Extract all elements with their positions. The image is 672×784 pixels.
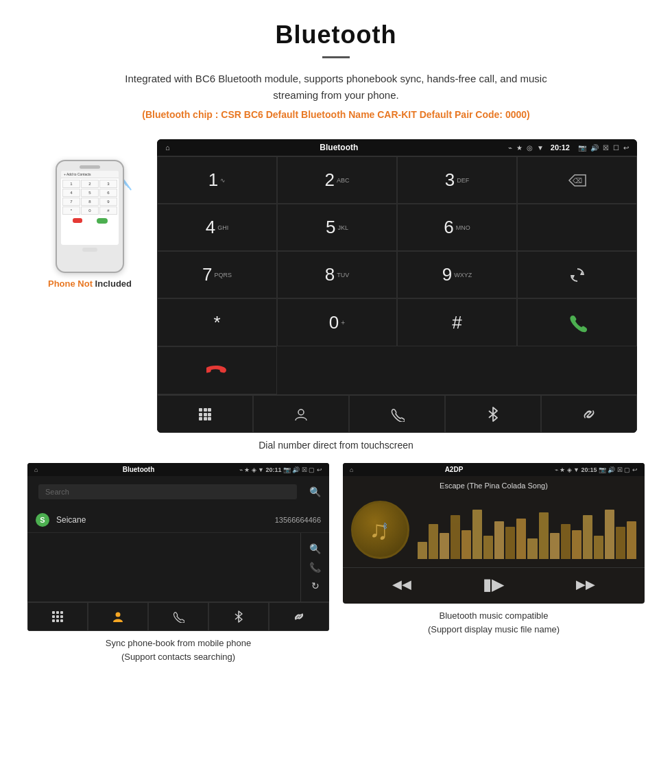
music-eq-bars bbox=[418, 501, 636, 559]
phone-mockup: + Add to Contacts 123 456 789 *0# bbox=[56, 160, 124, 273]
volume-icon: 🔊 bbox=[590, 144, 599, 152]
phone-icon bbox=[389, 407, 405, 422]
keypad-icon bbox=[197, 407, 213, 422]
status-right: ⌁ ★ ◎ ▼ 20:12 📷 🔊 ☒ ☐ ↩ bbox=[508, 143, 629, 152]
link-icon bbox=[581, 407, 597, 422]
svg-rect-17 bbox=[60, 615, 63, 618]
backspace-icon: ⌫ bbox=[568, 174, 587, 187]
red-call-icon bbox=[206, 359, 228, 381]
dial-key-call-red[interactable] bbox=[157, 346, 277, 394]
dial-key-4[interactable]: 4GHI bbox=[157, 204, 277, 251]
dial-cell-empty-2 bbox=[517, 204, 637, 251]
svg-rect-10 bbox=[208, 417, 211, 420]
music-album-art: ♫ bbox=[351, 501, 409, 559]
window-icon: ☐ bbox=[613, 144, 619, 152]
pb-btn-phone[interactable] bbox=[148, 602, 208, 631]
contact-avatar: S bbox=[36, 513, 49, 527]
camera-icon: 📷 bbox=[578, 144, 586, 152]
svg-rect-7 bbox=[208, 413, 211, 416]
green-call-icon bbox=[566, 311, 588, 333]
dial-key-7[interactable]: 7PQRS bbox=[157, 251, 277, 298]
phone-not-included-label: Phone Not Included bbox=[48, 278, 132, 289]
pb-link-icon bbox=[293, 610, 305, 623]
music-status-icons: ⌁ ★ ◈ ▼ 20:15 📷 🔊 ☒ ▢ ↩ bbox=[555, 466, 638, 473]
pb-bluetooth-icon bbox=[234, 610, 243, 623]
phonebook-contact-row[interactable]: S Seicane 13566664466 bbox=[27, 508, 329, 533]
pb-contacts-icon bbox=[112, 610, 124, 623]
close-icon: ☒ bbox=[603, 144, 609, 152]
music-screen: ⌂ A2DP ⌁ ★ ◈ ▼ 20:15 📷 🔊 ☒ ▢ ↩ Escape (T… bbox=[343, 463, 645, 604]
music-item: ⌂ A2DP ⌁ ★ ◈ ▼ 20:15 📷 🔊 ☒ ▢ ↩ Escape (T… bbox=[336, 463, 651, 663]
location-icon: ◎ bbox=[527, 144, 533, 152]
music-play-pause-icon[interactable]: ▮▶ bbox=[483, 575, 504, 594]
pb-home-icon: ⌂ bbox=[34, 466, 38, 473]
back-icon: ↩ bbox=[623, 144, 629, 152]
music-prev-icon[interactable]: ◀◀ bbox=[392, 577, 411, 592]
reload-icon bbox=[568, 265, 587, 285]
dial-screen: ⌂ Bluetooth ⌁ ★ ◎ ▼ 20:12 📷 🔊 ☒ ☐ ↩ 1∿ bbox=[157, 139, 637, 433]
dial-key-1[interactable]: 1∿ bbox=[157, 156, 277, 204]
dial-btn-phone[interactable] bbox=[349, 395, 445, 433]
dial-btn-keypad[interactable] bbox=[157, 395, 253, 433]
dial-key-hash[interactable]: # bbox=[397, 298, 517, 346]
bottom-section: ⌂ Bluetooth ⌁ ★ ◈ ▼ 20:11 📷 🔊 ☒ ▢ ↩ Sear… bbox=[0, 463, 672, 663]
music-status-bar: ⌂ A2DP ⌁ ★ ◈ ▼ 20:15 📷 🔊 ☒ ▢ ↩ bbox=[343, 463, 645, 476]
svg-rect-6 bbox=[204, 413, 207, 416]
person-icon bbox=[293, 407, 309, 422]
status-left: ⌂ bbox=[165, 143, 170, 152]
pb-btn-contacts-active[interactable] bbox=[88, 602, 148, 631]
music-caption: Bluetooth music compatible (Support disp… bbox=[428, 609, 560, 636]
phonebook-status-bar: ⌂ Bluetooth ⌁ ★ ◈ ▼ 20:11 📷 🔊 ☒ ▢ ↩ bbox=[27, 463, 329, 476]
dial-screen-caption: Dial number direct from touchscreen bbox=[0, 440, 672, 451]
dial-key-star[interactable]: * bbox=[157, 298, 277, 346]
phonebook-bottom-bar bbox=[27, 602, 329, 631]
dial-btn-contacts[interactable] bbox=[253, 395, 349, 433]
time-display: 20:12 bbox=[551, 143, 570, 152]
music-controls: ◀◀ ▮▶ ▶▶ bbox=[343, 567, 645, 604]
svg-rect-9 bbox=[204, 417, 207, 420]
pb-btn-keypad[interactable] bbox=[27, 602, 88, 631]
pb-status-icons: ⌁ ★ ◈ ▼ 20:11 📷 🔊 ☒ ▢ ↩ bbox=[239, 466, 322, 473]
dial-key-call-green[interactable] bbox=[517, 298, 637, 346]
svg-rect-18 bbox=[52, 619, 55, 622]
dial-key-3[interactable]: 3DEF bbox=[397, 156, 517, 204]
dial-key-5[interactable]: 5JKL bbox=[277, 204, 397, 251]
phone-home-button bbox=[82, 248, 97, 252]
pb-btn-link[interactable] bbox=[269, 602, 329, 631]
bluetooth-icon bbox=[487, 406, 499, 423]
dial-status-bar: ⌂ Bluetooth ⌁ ★ ◎ ▼ 20:12 📷 🔊 ☒ ☐ ↩ bbox=[157, 139, 637, 156]
pb-side-reload-icon[interactable]: ↻ bbox=[311, 580, 320, 591]
page-title: Bluetooth bbox=[14, 21, 658, 49]
music-song-title: Escape (The Pina Colada Song) bbox=[343, 476, 645, 492]
dial-btn-bluetooth[interactable] bbox=[445, 395, 541, 433]
pb-keypad-icon bbox=[51, 610, 64, 623]
pb-btn-bluetooth[interactable] bbox=[208, 602, 269, 631]
phonebook-caption: Sync phone-book from mobile phone (Suppo… bbox=[106, 637, 251, 663]
svg-rect-5 bbox=[199, 413, 202, 416]
music-next-icon[interactable]: ▶▶ bbox=[576, 577, 595, 592]
dial-key-0[interactable]: 0+ bbox=[277, 298, 397, 346]
phone-screen: + Add to Contacts 123 456 789 *0# bbox=[61, 171, 119, 245]
dial-key-8[interactable]: 8TUV bbox=[277, 251, 397, 298]
pb-side-phone-icon[interactable]: 📞 bbox=[309, 562, 321, 573]
svg-rect-20 bbox=[60, 619, 63, 622]
phonebook-screen: ⌂ Bluetooth ⌁ ★ ◈ ▼ 20:11 📷 🔊 ☒ ▢ ↩ Sear… bbox=[27, 463, 329, 631]
dial-key-6[interactable]: 6MNO bbox=[397, 204, 517, 251]
phonebook-search-bar[interactable]: Search bbox=[38, 484, 297, 499]
pb-phone-icon bbox=[172, 610, 184, 623]
wifi-icon: ▼ bbox=[537, 144, 544, 152]
dial-btn-link[interactable] bbox=[541, 395, 637, 433]
phonebook-search-icon[interactable]: 🔍 bbox=[307, 484, 324, 500]
dial-key-reload[interactable] bbox=[517, 251, 637, 298]
svg-rect-12 bbox=[52, 611, 55, 614]
music-home-icon: ⌂ bbox=[350, 466, 353, 473]
svg-rect-15 bbox=[52, 615, 55, 618]
phone-speaker bbox=[80, 165, 100, 169]
dial-key-9[interactable]: 9WXYZ bbox=[397, 251, 517, 298]
status-center-label: Bluetooth bbox=[320, 143, 358, 152]
music-album-area: ♫ bbox=[343, 492, 645, 567]
svg-point-11 bbox=[298, 409, 304, 415]
pb-side-search-icon[interactable]: 🔍 bbox=[309, 543, 321, 554]
header-specs: (Bluetooth chip : CSR BC6 Default Blueto… bbox=[14, 109, 658, 120]
dial-key-2[interactable]: 2ABC bbox=[277, 156, 397, 204]
